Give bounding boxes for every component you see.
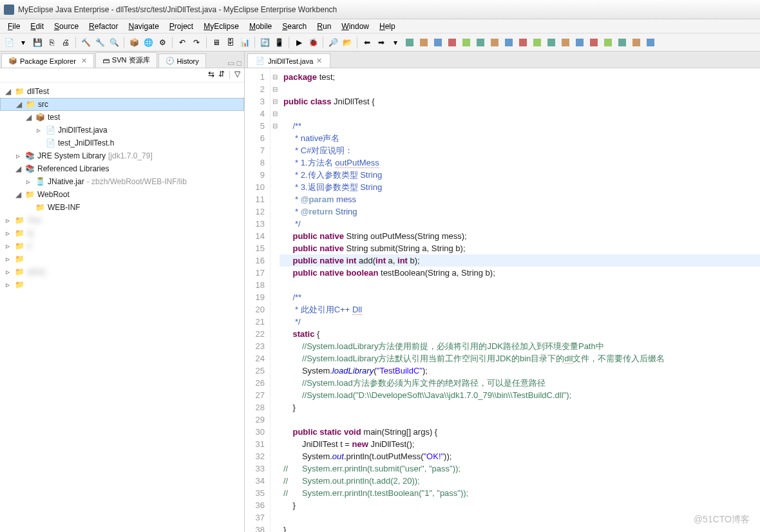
fold-column[interactable]: ⊟ ⊟ ⊟ ⊟ ⊟ (271, 68, 280, 532)
toolbar-btn-21[interactable]: 🔄 (258, 36, 271, 49)
tree-blur-6[interactable]: ▹📁 (0, 278, 244, 291)
code-line-2[interactable] (283, 83, 756, 95)
menu-help[interactable]: Help (374, 21, 401, 32)
code-line-3[interactable]: public class JniDllTest { (283, 95, 756, 108)
toolbar-btn-extra-15[interactable] (616, 36, 629, 49)
toolbar-btn-12[interactable]: ⚙ (156, 36, 169, 49)
code-line-37[interactable] (283, 511, 756, 524)
code-line-36[interactable]: } (283, 499, 756, 511)
toolbar-btn-30[interactable]: ⬅ (361, 36, 374, 49)
toolbar-btn-22[interactable]: 📱 (272, 36, 285, 49)
toolbar-btn-extra-14[interactable] (602, 36, 614, 49)
twisty-icon[interactable]: ◢ (24, 113, 32, 122)
code-line-6[interactable]: * native声名 (283, 132, 756, 144)
code-line-16[interactable]: public native int add(int a, int b); (280, 254, 760, 267)
twisty-icon[interactable]: ◢ (14, 190, 22, 199)
toolbar-btn-4[interactable]: 🖨 (59, 36, 72, 49)
sidebar-tab-0[interactable]: 📦Package Explorer✕ (1, 53, 94, 68)
toolbar-btn-31[interactable]: ➡ (375, 36, 388, 49)
toolbar-btn-extra-17[interactable] (644, 36, 657, 49)
toolbar-btn-15[interactable]: ↷ (190, 36, 203, 49)
code-line-26[interactable]: //System.load方法参数必须为库文件的绝对路径，可以是任意路径 (283, 377, 756, 389)
twisty-icon[interactable]: ▹ (4, 216, 12, 225)
code-line-12[interactable]: * @return String (283, 205, 756, 218)
maximize-icon[interactable]: □ (237, 59, 242, 68)
toolbar-btn-extra-2[interactable] (432, 36, 444, 49)
menu-project[interactable]: Project (164, 21, 198, 32)
code-line-35[interactable]: // System.err.println(t.testBoolean("1",… (283, 487, 756, 499)
twisty-icon[interactable]: ▹ (4, 267, 12, 276)
menu-myeclipse[interactable]: MyEclipse (198, 21, 244, 32)
tree-file-h[interactable]: 📄test_JniDllTest.h (0, 137, 244, 149)
code-line-9[interactable]: * 2.传入参数类型 String (283, 169, 756, 181)
code-line-34[interactable]: // System.out.println(t.add(2, 20)); (283, 475, 756, 487)
code-line-14[interactable]: public native String outPutMess(String m… (283, 230, 756, 242)
toolbar-btn-extra-6[interactable] (488, 36, 501, 49)
fold-toggle[interactable]: ⊟ (271, 95, 280, 108)
close-icon[interactable]: ✕ (316, 57, 322, 65)
code-line-4[interactable] (283, 108, 756, 120)
code-editor[interactable]: 1234567891011121314151617181920212223242… (245, 68, 760, 532)
tree-package[interactable]: ◢📦test (0, 111, 244, 124)
code-line-38[interactable]: } (283, 524, 756, 532)
tree-src[interactable]: ◢📁src (0, 98, 244, 111)
tree-blur-2[interactable]: ▹📁 e] (0, 227, 244, 240)
toolbar-btn-extra-4[interactable] (460, 36, 473, 49)
toolbar-btn-32[interactable]: ▾ (389, 36, 402, 49)
code-line-7[interactable]: * C#对应说明： (283, 144, 756, 157)
tree-webroot[interactable]: ◢📁WebRoot (0, 188, 244, 201)
toolbar-btn-27[interactable]: 🔎 (327, 36, 339, 49)
code-line-30[interactable]: public static void main(String[] args) { (283, 426, 756, 438)
menu-navigate[interactable]: Navigate (123, 21, 164, 32)
toolbar-btn-3[interactable]: ⎘ (45, 36, 58, 49)
twisty-icon[interactable]: ▹ (14, 151, 22, 160)
toolbar-btn-10[interactable]: 📦 (128, 36, 140, 49)
toolbar-btn-extra-12[interactable] (573, 36, 586, 49)
toolbar-btn-8[interactable]: 🔍 (108, 36, 120, 49)
code-line-19[interactable]: /** (283, 291, 756, 303)
code-line-8[interactable]: * 1.方法名 outPutMess (283, 157, 756, 169)
tree-refs[interactable]: ◢📚Referenced Libraries (0, 162, 244, 175)
tree-blur-5[interactable]: ▹📁 yline] (0, 265, 244, 278)
toolbar-btn-28[interactable]: 📂 (341, 36, 354, 49)
menu-source[interactable]: Source (49, 21, 84, 32)
sidebar-tab-2[interactable]: 🕘History (158, 53, 206, 68)
toolbar-btn-18[interactable]: 🗄 (224, 36, 237, 49)
tree-blur-1[interactable]: ▹📁Test (0, 214, 244, 227)
twisty-icon[interactable]: ▹ (24, 177, 32, 186)
menu-mobile[interactable]: Mobile (244, 21, 277, 32)
minimize-icon[interactable]: ▭ (227, 59, 234, 68)
toolbar-btn-extra-3[interactable] (446, 36, 459, 49)
menu-refactor[interactable]: Refactor (84, 21, 123, 32)
editor-tab-jnidlltest[interactable]: 📄 JniDllTest.java ✕ (247, 53, 330, 68)
toolbar-btn-extra-16[interactable] (630, 36, 643, 49)
code-line-13[interactable]: */ (283, 218, 756, 230)
menu-search[interactable]: Search (277, 21, 312, 32)
view-menu-icon[interactable]: ▽ (234, 70, 240, 81)
fold-toggle[interactable]: ⊟ (271, 83, 280, 95)
toolbar-btn-19[interactable]: 📊 (238, 36, 251, 49)
code-line-10[interactable]: * 3.返回参数类型 String (283, 181, 756, 193)
twisty-icon[interactable]: ▹ (4, 242, 12, 251)
code-line-18[interactable] (283, 279, 756, 291)
code-line-24[interactable]: //System.loadLibrary方法默认引用当前工作空间引用JDK的bi… (283, 352, 756, 365)
toolbar-btn-14[interactable]: ↶ (176, 36, 189, 49)
code-line-32[interactable]: System.out.println(t.outPutMess("OK!")); (283, 450, 756, 462)
tree-file-java[interactable]: ▹📄JniDllTest.java (0, 124, 244, 137)
fold-toggle[interactable]: ⊟ (271, 120, 280, 132)
sidebar-tab-1[interactable]: 🗃SVN 资源库 (95, 52, 157, 68)
fold-toggle[interactable]: ⊟ (271, 71, 280, 83)
fold-toggle[interactable]: ⊟ (271, 108, 280, 120)
menu-window[interactable]: Window (336, 21, 374, 32)
code-line-1[interactable]: package test; (283, 71, 756, 83)
menu-file[interactable]: File (3, 21, 25, 32)
toolbar-btn-6[interactable]: 🔨 (79, 36, 92, 49)
toolbar-btn-7[interactable]: 🔧 (93, 36, 106, 49)
twisty-icon[interactable]: ▹ (4, 229, 12, 238)
collapse-all-icon[interactable]: ⇆ (208, 70, 214, 81)
code-line-31[interactable]: JniDllTest t = new JniDllTest(); (283, 438, 756, 450)
toolbar-btn-24[interactable]: ▶ (292, 36, 305, 49)
twisty-icon[interactable]: ▹ (4, 280, 12, 289)
toolbar-btn-11[interactable]: 🌐 (142, 36, 155, 49)
tree-project[interactable]: ◢📁dllTest (0, 85, 244, 98)
